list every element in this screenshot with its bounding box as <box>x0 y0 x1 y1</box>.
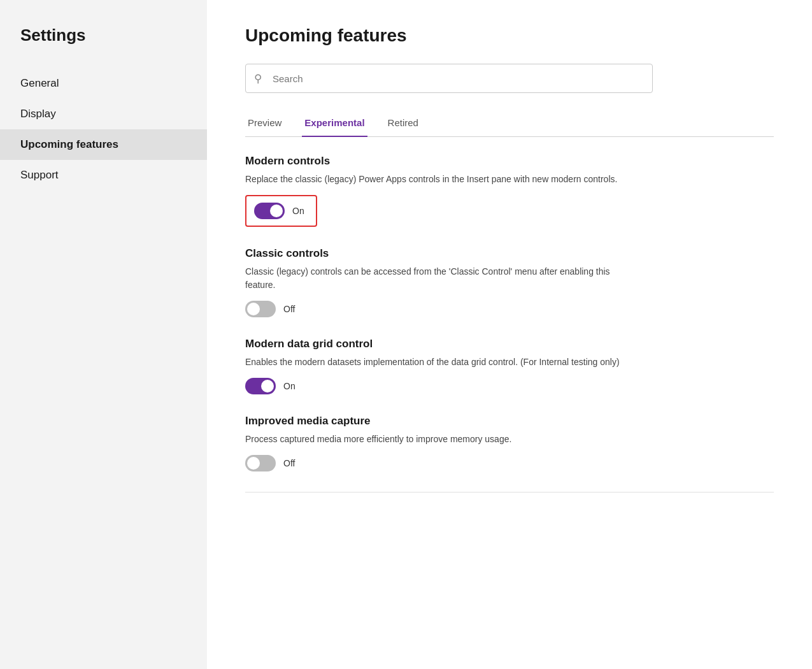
page-title: Upcoming features <box>245 25 774 46</box>
modern-controls-toggle-highlight: On <box>245 195 317 227</box>
classic-controls-toggle-label: Off <box>283 304 295 314</box>
improved-media-capture-toggle-row: Off <box>245 455 774 471</box>
modern-controls-toggle-knob <box>270 205 283 217</box>
feature-classic-controls-title: Classic controls <box>245 247 774 260</box>
bottom-divider <box>245 492 774 493</box>
modern-data-grid-toggle[interactable] <box>245 378 276 394</box>
feature-improved-media-capture-title: Improved media capture <box>245 415 774 428</box>
tab-retired[interactable]: Retired <box>385 111 421 137</box>
classic-controls-toggle[interactable] <box>245 301 276 317</box>
tabs-bar: Preview Experimental Retired <box>245 111 774 137</box>
feature-classic-controls: Classic controls Classic (legacy) contro… <box>245 247 774 317</box>
classic-controls-toggle-row: Off <box>245 301 774 317</box>
sidebar-item-upcoming-features[interactable]: Upcoming features <box>0 129 207 160</box>
feature-modern-data-grid-title: Modern data grid control <box>245 338 774 350</box>
search-container: ⚲ <box>245 64 774 93</box>
modern-controls-toggle[interactable] <box>254 203 285 219</box>
feature-modern-data-grid-desc: Enables the modern datasets implementati… <box>245 356 640 369</box>
sidebar: Settings General Display Upcoming featur… <box>0 0 207 669</box>
sidebar-item-support[interactable]: Support <box>0 160 207 191</box>
feature-improved-media-capture: Improved media capture Process captured … <box>245 415 774 471</box>
search-input[interactable] <box>245 64 653 93</box>
modern-controls-toggle-label: On <box>292 206 304 216</box>
modern-data-grid-toggle-row: On <box>245 378 774 394</box>
feature-modern-controls: Modern controls Replace the classic (leg… <box>245 155 774 227</box>
improved-media-capture-toggle-label: Off <box>283 458 295 468</box>
modern-data-grid-toggle-knob <box>261 380 274 392</box>
tab-preview[interactable]: Preview <box>245 111 284 137</box>
feature-classic-controls-desc: Classic (legacy) controls can be accesse… <box>245 265 640 292</box>
search-icon: ⚲ <box>254 72 262 85</box>
sidebar-item-general[interactable]: General <box>0 68 207 99</box>
feature-modern-controls-desc: Replace the classic (legacy) Power Apps … <box>245 173 640 186</box>
main-content: Upcoming features ⚲ Preview Experimental… <box>207 0 812 669</box>
feature-modern-controls-title: Modern controls <box>245 155 774 168</box>
modern-data-grid-toggle-label: On <box>283 381 296 391</box>
classic-controls-toggle-knob <box>247 303 260 315</box>
improved-media-capture-toggle[interactable] <box>245 455 276 471</box>
feature-modern-data-grid: Modern data grid control Enables the mod… <box>245 338 774 394</box>
sidebar-item-display[interactable]: Display <box>0 99 207 129</box>
improved-media-capture-toggle-knob <box>247 457 260 470</box>
feature-improved-media-capture-desc: Process captured media more efficiently … <box>245 433 640 446</box>
sidebar-title: Settings <box>0 25 207 68</box>
tab-experimental[interactable]: Experimental <box>302 111 367 137</box>
